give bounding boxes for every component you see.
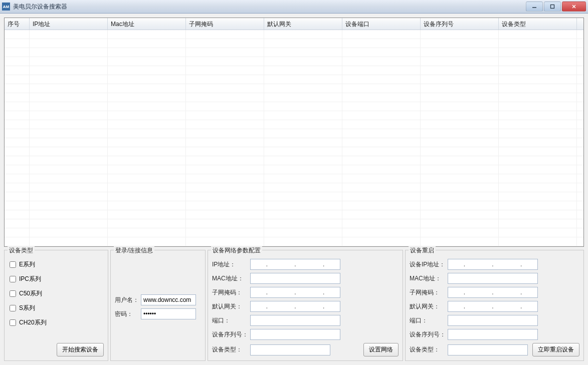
rb-serial-input[interactable] (448, 329, 538, 340)
table-row[interactable] (5, 102, 583, 111)
table-row[interactable] (5, 57, 583, 66)
table-row[interactable] (5, 165, 583, 174)
login-group: 登录/连接信息 用户名： 密码： (110, 250, 206, 361)
window-controls (525, 2, 586, 12)
table-row[interactable] (5, 93, 583, 102)
checkbox-s[interactable] (10, 305, 16, 311)
chk-s-series[interactable]: S系列 (10, 304, 103, 312)
maximize-button[interactable] (544, 2, 561, 12)
rb-port-input[interactable] (448, 315, 538, 326)
rb-mask-label: 子网掩码： (410, 288, 446, 297)
rb-port-label: 端口： (410, 316, 446, 325)
table-row[interactable] (5, 129, 583, 138)
rb-ip-input[interactable]: ... (448, 259, 538, 270)
chk-e-series[interactable]: E系列 (10, 260, 103, 269)
table-row[interactable] (5, 138, 583, 147)
col-serial[interactable]: 设备序列号 (421, 18, 499, 30)
search-button[interactable]: 开始搜索设备 (57, 343, 104, 356)
net-gw-input[interactable]: ... (250, 301, 340, 312)
table-row[interactable] (5, 156, 583, 165)
net-dtype-label: 设备类型： (212, 345, 248, 354)
net-mac-input[interactable] (250, 273, 340, 284)
net-ip-input[interactable]: ... (250, 259, 340, 270)
network-config-group: 设备网络参数配置 IP地址： ... MAC地址： 子网掩码： ... 默认网关… (208, 250, 403, 361)
svg-rect-1 (551, 5, 554, 9)
rb-mask-input[interactable]: ... (448, 287, 538, 298)
table-row[interactable] (5, 219, 583, 228)
table-row[interactable] (5, 30, 583, 39)
titlebar[interactable]: AM 美电贝尔设备搜索器 (0, 0, 588, 14)
col-index[interactable]: 序号 (5, 18, 30, 30)
net-mask-input[interactable]: ... (250, 287, 340, 298)
col-gateway[interactable]: 默认网关 (264, 18, 342, 30)
net-dtype-input[interactable] (250, 344, 330, 355)
col-port[interactable]: 设备端口 (342, 18, 421, 30)
rb-serial-label: 设备序列号： (410, 330, 446, 339)
device-type-group: 设备类型 E系列 IPC系列 C50系列 S系列 (4, 250, 108, 361)
net-mask-label: 子网掩码： (212, 288, 248, 297)
checkbox-c50[interactable] (10, 290, 16, 297)
chk-ipc-series[interactable]: IPC系列 (10, 275, 103, 283)
rb-ip-label: 设备IP地址： (410, 260, 446, 269)
close-button[interactable] (562, 2, 586, 12)
reboot-button[interactable]: 立即重启设备 (532, 343, 579, 356)
table-row[interactable] (5, 48, 583, 57)
table-row[interactable] (5, 210, 583, 219)
table-row[interactable] (5, 111, 583, 120)
set-network-button[interactable]: 设置网络 (363, 343, 399, 356)
table-body[interactable] (5, 30, 583, 246)
table-row[interactable] (5, 183, 583, 192)
col-mac[interactable]: Mac地址 (108, 18, 186, 30)
rb-mac-label: MAC地址： (410, 274, 446, 283)
net-ip-label: IP地址： (212, 260, 248, 269)
device-type-legend: 设备类型 (8, 246, 35, 255)
label-ch20: CH20系列 (19, 318, 47, 327)
rb-dtype-input[interactable] (448, 344, 528, 355)
login-legend: 登录/连接信息 (114, 246, 154, 255)
table-row[interactable] (5, 228, 583, 237)
table-row[interactable] (5, 201, 583, 210)
net-serial-input[interactable] (250, 329, 340, 340)
chk-ch20-series[interactable]: CH20系列 (10, 318, 103, 327)
table-row[interactable] (5, 39, 583, 48)
label-ipc: IPC系列 (19, 275, 41, 283)
net-port-label: 端口： (212, 316, 248, 325)
client-area: 序号 IP地址 Mac地址 子网掩码 默认网关 设备端口 设备序列号 设备类型 … (0, 14, 588, 365)
rb-gw-label: 默认网关： (410, 302, 446, 311)
table-row[interactable] (5, 66, 583, 75)
table-row[interactable] (5, 237, 583, 246)
device-table[interactable]: 序号 IP地址 Mac地址 子网掩码 默认网关 设备端口 设备序列号 设备类型 (4, 18, 584, 247)
label-c50: C50系列 (19, 289, 42, 298)
app-window: AM 美电贝尔设备搜索器 序号 IP地址 Mac地址 子网掩码 默认网关 设备端… (0, 0, 588, 365)
rb-mac-input[interactable] (448, 273, 538, 284)
net-gw-label: 默认网关： (212, 302, 248, 311)
window-title: 美电贝尔设备搜索器 (13, 3, 525, 11)
table-row[interactable] (5, 84, 583, 93)
minimize-button[interactable] (526, 2, 543, 12)
net-mac-label: MAC地址： (212, 274, 248, 283)
app-icon: AM (2, 3, 10, 11)
username-label: 用户名： (115, 296, 139, 304)
password-input[interactable] (141, 308, 196, 319)
label-e: E系列 (19, 260, 35, 269)
col-type[interactable]: 设备类型 (499, 18, 577, 30)
table-header: 序号 IP地址 Mac地址 子网掩码 默认网关 设备端口 设备序列号 设备类型 (5, 18, 583, 30)
label-s: S系列 (19, 304, 35, 312)
password-label: 密码： (115, 310, 139, 318)
reboot-group: 设备重启 设备IP地址： ... MAC地址： 子网掩码： ... 默认网关： … (405, 250, 584, 361)
chk-c50-series[interactable]: C50系列 (10, 289, 103, 298)
table-row[interactable] (5, 174, 583, 183)
table-row[interactable] (5, 120, 583, 129)
checkbox-ch20[interactable] (10, 319, 16, 326)
rb-gw-input[interactable]: ... (448, 301, 538, 312)
bottom-panels: 设备类型 E系列 IPC系列 C50系列 S系列 (4, 250, 584, 361)
username-input[interactable] (141, 294, 196, 305)
table-row[interactable] (5, 147, 583, 156)
col-mask[interactable]: 子网掩码 (186, 18, 264, 30)
col-ip[interactable]: IP地址 (30, 18, 108, 30)
net-port-input[interactable] (250, 315, 340, 326)
checkbox-ipc[interactable] (10, 276, 16, 282)
table-row[interactable] (5, 192, 583, 201)
checkbox-e[interactable] (10, 261, 16, 268)
table-row[interactable] (5, 75, 583, 84)
